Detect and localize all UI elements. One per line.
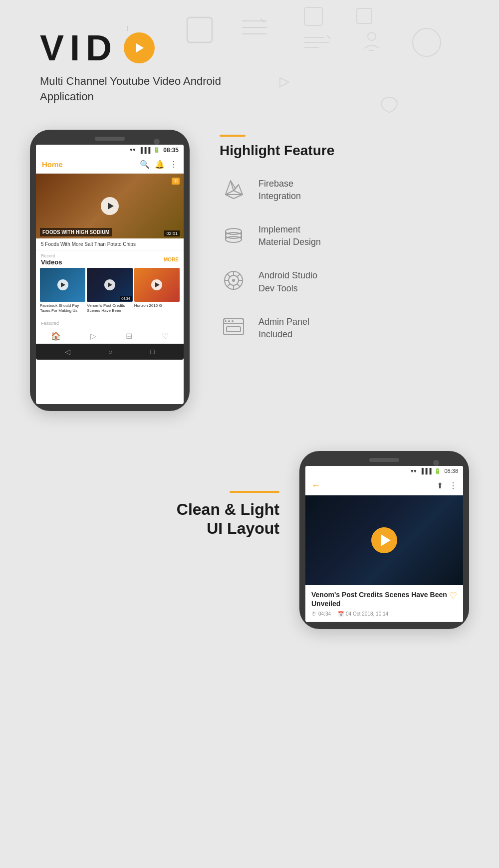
more-icon-2[interactable]: ⋮ <box>449 481 457 490</box>
phone-speaker-2 <box>369 458 399 462</box>
grid-thumb-3 <box>134 268 180 302</box>
phone-toolbar: Home 🔍 🔔 ⋮ <box>36 156 184 174</box>
grid-item-3: Horizon 2016 G <box>134 268 180 315</box>
section-title: Videos <box>41 258 62 266</box>
svg-marker-16 <box>136 43 144 52</box>
notification-icon[interactable]: 🔔 <box>155 160 165 169</box>
features-panel: Highlight Feature FirebaseIntegration <box>210 130 479 359</box>
recent-button[interactable]: □ <box>151 348 155 356</box>
svg-point-43 <box>232 320 234 322</box>
home-button[interactable]: ○ <box>108 348 112 356</box>
share-icon[interactable]: ⬆ <box>437 481 443 490</box>
phone-status-bar: ▾▾ ▐▐▐ 🔋 08:35 <box>36 145 184 156</box>
grid-play-1[interactable] <box>57 279 68 290</box>
phone-camera-2 <box>433 460 439 466</box>
video-grid: Facebook Should Pay Taxes For Making Us … <box>36 268 184 319</box>
svg-rect-40 <box>227 327 241 332</box>
play-icon <box>155 282 160 287</box>
phone2-video-thumbnail <box>305 495 463 585</box>
phone2-date: 04 Oct 2018, 10:14 <box>346 611 388 617</box>
search-icon[interactable]: 🔍 <box>140 160 150 169</box>
phone-camera <box>154 139 160 145</box>
android-studio-icon-wrap <box>220 266 248 294</box>
more-icon[interactable]: ⋮ <box>170 160 178 169</box>
second-title: Clean & LightUI Layout <box>30 500 279 538</box>
firebase-icon <box>221 176 247 202</box>
play-icon <box>108 282 112 287</box>
footer-nav: 🏠 ▷ ⊟ ♡ <box>36 327 184 344</box>
video-play-button[interactable] <box>101 197 119 215</box>
second-accent-bar <box>230 491 279 493</box>
grid-play-2[interactable] <box>104 279 115 290</box>
grid-text-2: Venom's Post Credits Scenes Have Been <box>87 302 132 315</box>
material-feature-label: ImplementMaterial Design <box>258 220 321 248</box>
video-label-row: FOODS WITH HIGH SODIUM 02:01 <box>36 226 184 238</box>
grid-play-3[interactable] <box>151 279 162 290</box>
feature-item-admin: Admin PanelIncluded <box>220 313 469 341</box>
home-nav-icon[interactable]: 🏠 <box>51 331 61 341</box>
grid-duration-2: 04:34 <box>120 296 132 301</box>
signal-icon-2: ▐▐▐ <box>420 468 431 474</box>
play-icon <box>132 41 146 55</box>
section-group: Recent Videos <box>41 253 62 266</box>
video-duration: 02:01 <box>164 230 180 236</box>
feature-item-android-studio: Android StudioDev Tools <box>220 266 469 294</box>
phone2-duration-item: ⏱ 04:34 <box>311 611 331 617</box>
bookmark-nav-icon[interactable]: ⊟ <box>126 331 132 341</box>
firebase-feature-label: FirebaseIntegration <box>258 175 301 203</box>
logo-row: VID <box>40 30 459 66</box>
featured-label: Featured <box>36 319 184 327</box>
phone2-play-button[interactable] <box>371 527 397 553</box>
heart-nav-icon[interactable]: ♡ <box>162 331 169 341</box>
phone-mockup-2: ▾▾ ▐▐▐ 🔋 08:38 ← ⬆ ⋮ <box>299 451 469 629</box>
svg-point-41 <box>225 320 227 322</box>
svg-line-36 <box>237 274 240 277</box>
heart-icon[interactable]: ♡ <box>449 590 457 601</box>
play-triangle-icon <box>108 203 114 210</box>
android-studio-feature-label: Android StudioDev Tools <box>258 266 317 294</box>
svg-line-37 <box>227 284 230 287</box>
svg-marker-17 <box>226 181 243 195</box>
battery-icon-2: 🔋 <box>434 468 441 474</box>
admin-feature-label: Admin PanelIncluded <box>258 313 309 341</box>
phone2-duration: 04:34 <box>318 611 331 617</box>
play-nav-icon[interactable]: ▷ <box>90 331 96 341</box>
phone2-status-bar: ▾▾ ▐▐▐ 🔋 08:38 <box>305 466 463 476</box>
phone2-meta-row: ⏱ 04:34 📅 04 Oct 2018, 10:14 <box>311 611 457 617</box>
phone2-date-item: 📅 04 Oct 2018, 10:14 <box>338 611 388 617</box>
section-label: Recent <box>41 253 62 258</box>
grid-text-3: Horizon 2016 G <box>134 302 180 310</box>
phone2-toolbar-icons: ⬆ ⋮ <box>437 481 457 490</box>
svg-point-24 <box>226 236 242 242</box>
wifi-icon: ▾▾ <box>130 147 136 153</box>
svg-point-29 <box>232 279 235 282</box>
page-content: VID Multi Channel Youtube Video Android … <box>0 0 499 629</box>
back-button[interactable]: ◁ <box>65 348 70 356</box>
toolbar-icons: 🔍 🔔 ⋮ <box>140 160 178 169</box>
section-header: Recent Videos MORE <box>36 250 184 268</box>
feature-item-firebase: FirebaseIntegration <box>220 175 469 203</box>
material-design-icon <box>221 221 247 247</box>
phone2-title-row: Venom's Post Credits Scenes Have Been Un… <box>311 590 457 608</box>
phone-screen-2: ▾▾ ▐▐▐ 🔋 08:38 ← ⬆ ⋮ <box>305 466 463 622</box>
phone2-video-title: Venom's Post Credits Scenes Have Been Un… <box>311 590 449 608</box>
grid-text-1: Facebook Should Pay Taxes For Making Us <box>40 302 85 315</box>
clock-icon: ⏱ <box>311 611 316 617</box>
clean-light-text: Clean & LightUI Layout <box>177 500 279 537</box>
grid-item-2: 04:34 Venom's Post Credits Scenes Have B… <box>87 268 132 315</box>
admin-panel-icon <box>221 314 247 340</box>
svg-line-35 <box>237 284 240 287</box>
material-design-icon-wrap <box>220 220 248 248</box>
phone-mockup-1: ▾▾ ▐▐▐ 🔋 08:35 Home 🔍 🔔 ⋮ <box>30 130 190 411</box>
logo-play-button[interactable] <box>124 32 155 63</box>
svg-line-21 <box>234 185 239 191</box>
features-accent-bar <box>220 135 246 137</box>
android-nav-bar: ◁ ○ □ <box>36 344 184 360</box>
android-studio-icon <box>221 267 247 293</box>
back-icon[interactable]: ← <box>311 480 320 491</box>
phone2-video-info: Venom's Post Credits Scenes Have Been Un… <box>305 585 463 622</box>
svg-point-42 <box>228 320 230 322</box>
more-button[interactable]: MORE <box>164 257 179 262</box>
phone-screen-1: ▾▾ ▐▐▐ 🔋 08:35 Home 🔍 🔔 ⋮ <box>36 145 184 404</box>
video-description: 5 Foods With More Salt Than Potato Chips <box>36 238 184 250</box>
